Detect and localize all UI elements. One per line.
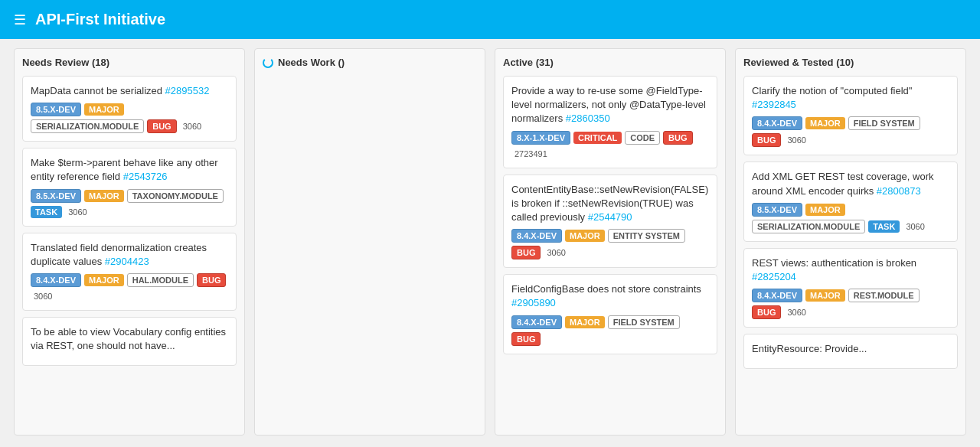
card-title: Provide a way to re-use some @FieldType-… [511,84,709,126]
tag-number: 3060 [784,306,808,318]
app-title: API-First Initiative [35,11,165,28]
card-link[interactable]: #2905890 [511,297,556,308]
tag-number: 3060 [544,246,568,259]
card-title: REST views: authentication is broken #28… [752,256,949,284]
tag-module: TAXONOMY.MODULE [127,189,224,203]
tag-version: 8.5.X-DEV [752,203,802,217]
tag-task: TASK [868,220,900,233]
tag-version: 8.X-1.X-DEV [511,131,570,145]
card: MapData cannot be serialized #28955328.5… [22,76,237,142]
column-title-needs-review: Needs Review (18) [22,57,237,68]
card-title: ContentEntityBase::setNewRevision(FALSE)… [511,183,709,225]
tag-major: MAJOR [565,230,605,242]
card: Provide a way to re-use some @FieldType-… [503,76,717,168]
card-link[interactable]: #2800873 [877,185,921,197]
card-tags: 8.X-1.X-DEVCRITICALCODEBUG2723491 [511,131,709,160]
card-link[interactable]: #2544790 [588,211,632,223]
tag-module: HAL.MODULE [127,273,194,287]
column-title-text: Active (31) [503,57,554,68]
tag-entity-system: ENTITY SYSTEM [608,229,685,243]
card-tags: 8.4.X-DEVMAJORREST.MODULEBUG3060 [752,289,949,319]
card-tags: 8.4.X-DEVMAJORFIELD SYSTEMBUG3060 [752,116,949,147]
card-tags: 8.4.X-DEVMAJORFIELD SYSTEMBUG [511,315,709,346]
card: FieldConfigBase does not store constrain… [503,274,717,354]
card-tags: 8.4.X-DEVMAJORENTITY SYSTEMBUG3060 [511,229,709,259]
card-title: Add XML GET REST test coverage, work aro… [752,170,949,197]
card-link[interactable]: #2904423 [105,256,149,267]
card-link[interactable]: #2392845 [752,99,796,110]
card-tags: 8.5.X-DEVMAJORTAXONOMY.MODULETASK3060 [31,189,228,218]
card-title: EntityResource: Provide... [752,342,949,356]
tag-major: MAJOR [565,316,605,328]
card-title: Make $term->parent behave like any other… [31,156,228,184]
tag-version: 8.5.X-DEV [31,189,81,203]
tag-major: MAJOR [805,289,845,302]
card-title: Translated field denormalization creates… [31,241,228,269]
column-needs-review: Needs Review (18)MapData cannot be seria… [14,48,245,436]
kanban-board: Needs Review (18)MapData cannot be seria… [0,39,980,445]
tag-version: 8.4.X-DEV [511,229,562,243]
tag-major: MAJOR [84,190,124,202]
tag-bug: BUG [511,332,541,346]
tag-task: TASK [31,206,62,218]
card: Translated field denormalization creates… [22,233,237,311]
card-tags: 8.5.X-DEVMAJORSERIALIZATION.MODULEBUG306… [31,103,228,133]
tag-module: SERIALIZATION.MODULE [31,119,144,133]
card-link[interactable]: #2825204 [752,271,796,282]
column-title-text: Needs Review (18) [22,57,109,68]
tag-number: 3060 [903,220,927,233]
card-link[interactable]: #2895532 [165,85,210,96]
tag-number: 3060 [31,290,55,302]
tag-bug: BUG [752,305,781,319]
tag-number: 3060 [180,120,204,132]
card: To be able to view Vocabulary config ent… [22,317,237,366]
card-tags: 8.5.X-DEVMAJORSERIALIZATION.MODULETASK30… [752,203,949,233]
tag-version: 8.4.X-DEV [511,315,562,329]
card: EntityResource: Provide... [743,334,958,369]
column-title-reviewed-tested: Reviewed & Tested (10) [743,57,958,68]
card: Add XML GET REST test coverage, work aro… [743,162,958,241]
tag-bug: BUG [511,246,541,259]
tag-bug: BUG [663,131,692,145]
tag-major: MAJOR [805,204,845,216]
tag-critical: CRITICAL [573,132,622,144]
menu-icon[interactable]: ☰ [14,11,26,28]
card-tags: 8.4.X-DEVMAJORHAL.MODULEBUG3060 [31,273,228,302]
column-title-active: Active (31) [503,57,717,68]
tag-major: MAJOR [805,117,845,129]
tag-rest-module: REST.MODULE [848,289,920,302]
tag-version: 8.5.X-DEV [31,103,81,116]
column-title-needs-work: Needs Work () [263,57,477,68]
column-title-text: Reviewed & Tested (10) [743,57,854,68]
tag-code: CODE [625,131,660,145]
card: Make $term->parent behave like any other… [22,148,237,226]
tag-version: 8.4.X-DEV [31,273,81,287]
tag-bug: BUG [752,133,781,147]
tag-major: MAJOR [84,274,124,286]
tag-bug: BUG [147,119,176,133]
column-active: Active (31)Provide a way to re-use some … [495,48,726,436]
tag-number: 3060 [784,134,808,146]
card-link[interactable]: #2543726 [123,171,168,182]
tag-bug: BUG [197,273,226,287]
tag-number: 2723491 [511,148,550,160]
app-header: ☰ API-First Initiative [0,0,980,39]
column-reviewed-tested: Reviewed & Tested (10)Clarify the notion… [735,48,966,436]
tag-version: 8.4.X-DEV [752,116,802,130]
tag-field-system: FIELD SYSTEM [608,315,680,329]
column-title-text: Needs Work () [278,57,345,68]
card: ContentEntityBase::setNewRevision(FALSE)… [503,175,717,269]
card-title: Clarify the notion of "computed field" #… [752,84,949,112]
loading-spinner [263,57,273,68]
card-link[interactable]: #2860350 [566,113,610,124]
tag-field-system: FIELD SYSTEM [848,116,920,130]
tag-number: 3060 [65,206,90,218]
card-title: MapData cannot be serialized #2895532 [31,84,228,98]
card: REST views: authentication is broken #28… [743,248,958,328]
tag-module: SERIALIZATION.MODULE [752,220,865,233]
tag-version: 8.4.X-DEV [752,289,802,302]
card: Clarify the notion of "computed field" #… [743,76,958,155]
column-needs-work: Needs Work () [254,48,485,436]
card-title: To be able to view Vocabulary config ent… [31,325,228,353]
card-title: FieldConfigBase does not store constrain… [511,282,709,310]
